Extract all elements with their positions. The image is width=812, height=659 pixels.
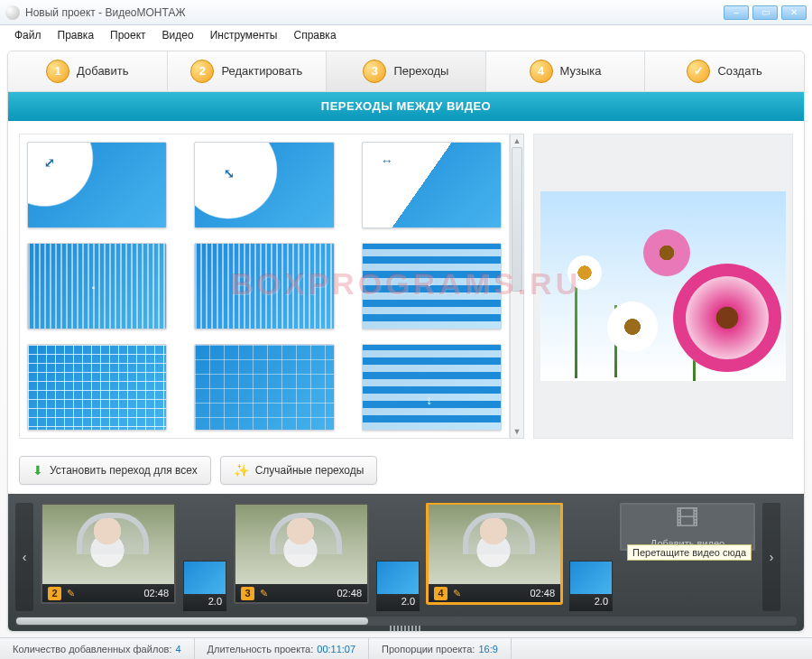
transition-duration: 2.0 bbox=[183, 595, 226, 611]
menu-file[interactable]: Файл bbox=[7, 27, 49, 43]
status-files-value: 4 bbox=[175, 644, 180, 654]
edit-icon[interactable]: ✎ bbox=[453, 588, 461, 599]
random-transitions-button[interactable]: ✨ Случайные переходы bbox=[220, 456, 378, 485]
preview-pane bbox=[533, 134, 793, 439]
apply-all-button[interactable]: ⬇ Установить переход для всех bbox=[19, 456, 211, 485]
timeline: ‹ 2 ✎ 02:48 2.0 bbox=[8, 494, 804, 631]
clip-duration: 02:48 bbox=[143, 588, 169, 599]
transition-thumb[interactable] bbox=[194, 243, 334, 330]
close-button[interactable]: ✕ bbox=[781, 5, 807, 20]
film-strip-icon: 🎞 bbox=[676, 505, 699, 533]
menu-tools[interactable]: Инструменты bbox=[203, 27, 285, 43]
step-transitions[interactable]: 3 Переходы bbox=[327, 51, 486, 91]
clip-number: 4 bbox=[434, 587, 448, 600]
dropzone-tooltip: Перетащите видео сюда bbox=[627, 544, 752, 561]
timeline-clip[interactable]: 3 ✎ 02:48 bbox=[234, 503, 369, 604]
titlebar: Новый проект - ВидеоМОНТАЖ – ▭ ✕ bbox=[0, 0, 812, 25]
transitions-scrollbar[interactable]: ▲ ▼ bbox=[510, 134, 524, 439]
step-label: Переходы bbox=[393, 64, 448, 78]
window-title: Новый проект - ВидеоМОНТАЖ bbox=[25, 6, 186, 19]
transition-thumb[interactable] bbox=[194, 344, 334, 431]
clip-duration: 02:48 bbox=[337, 588, 362, 599]
button-label: Установить переход для всех bbox=[50, 464, 198, 477]
timeline-transition[interactable]: 2.0 bbox=[376, 561, 420, 611]
timeline-clip[interactable]: 4 ✎ 02:48 bbox=[427, 503, 562, 604]
step-badge-3: 3 bbox=[363, 60, 386, 83]
scroll-up-icon[interactable]: ▲ bbox=[511, 135, 523, 147]
step-label: Добавить bbox=[77, 64, 128, 78]
edit-icon[interactable]: ✎ bbox=[260, 588, 268, 599]
step-create[interactable]: Создать bbox=[645, 51, 804, 91]
transition-thumb[interactable]: ⤢ bbox=[27, 142, 167, 228]
transition-thumb[interactable]: ↓ bbox=[362, 344, 502, 431]
step-label: Создать bbox=[717, 64, 761, 78]
edit-icon[interactable]: ✎ bbox=[67, 588, 75, 599]
timeline-transition[interactable]: 2.0 bbox=[569, 561, 613, 611]
status-duration-label: Длительность проекта: bbox=[208, 644, 314, 654]
app-icon bbox=[5, 5, 20, 20]
status-files-label: Количество добавленных файлов: bbox=[13, 644, 171, 654]
menu-project[interactable]: Проект bbox=[103, 27, 153, 43]
clip-number: 3 bbox=[241, 587, 254, 600]
transition-thumb[interactable]: · bbox=[27, 243, 167, 330]
statusbar: Количество добавленных файлов: 4 Длитель… bbox=[0, 637, 812, 659]
preview-image bbox=[540, 191, 786, 381]
timeline-scrollbar[interactable] bbox=[15, 617, 797, 626]
status-ratio-label: Пропорции проекта: bbox=[382, 644, 475, 654]
step-add[interactable]: 1 Добавить bbox=[8, 51, 168, 91]
transition-thumb[interactable]: ↓ bbox=[362, 243, 502, 330]
timeline-dropzone[interactable]: 🎞 Добавить видео Перетащите видео сюда bbox=[620, 503, 755, 551]
clip-number: 2 bbox=[48, 587, 61, 600]
status-ratio-value: 16:9 bbox=[478, 644, 497, 654]
transition-thumb[interactable] bbox=[27, 344, 167, 431]
section-header: ПЕРЕХОДЫ МЕЖДУ ВИДЕО bbox=[8, 92, 804, 121]
transitions-grid: ⤢ ⤡ ↔ · ↓ ↓ bbox=[19, 134, 510, 439]
menubar: Файл Правка Проект Видео Инструменты Спр… bbox=[0, 25, 812, 45]
step-badge-4: 4 bbox=[530, 60, 553, 83]
step-badge-1: 1 bbox=[46, 60, 69, 83]
step-label: Музыка bbox=[560, 64, 602, 78]
transition-duration: 2.0 bbox=[569, 595, 613, 611]
resize-grip-icon[interactable] bbox=[390, 626, 422, 631]
step-badge-2: 2 bbox=[190, 60, 214, 83]
download-arrow-icon: ⬇ bbox=[32, 463, 43, 478]
timeline-clip[interactable]: 2 ✎ 02:48 bbox=[41, 503, 176, 604]
scroll-thumb[interactable] bbox=[16, 617, 368, 625]
menu-help[interactable]: Справка bbox=[286, 27, 343, 43]
transition-duration: 2.0 bbox=[376, 595, 420, 611]
timeline-prev-button[interactable]: ‹ bbox=[15, 503, 33, 611]
scroll-thumb[interactable] bbox=[512, 147, 522, 292]
wizard-steps: 1 Добавить 2 Редактировать 3 Переходы 4 … bbox=[8, 51, 804, 92]
step-label: Редактировать bbox=[221, 64, 302, 78]
minimize-button[interactable]: – bbox=[724, 5, 749, 20]
magic-wand-icon: ✨ bbox=[234, 463, 249, 478]
step-music[interactable]: 4 Музыка bbox=[486, 51, 646, 91]
menu-edit[interactable]: Правка bbox=[51, 27, 102, 43]
status-duration-value: 00:11:07 bbox=[317, 644, 355, 654]
step-edit[interactable]: 2 Редактировать bbox=[168, 51, 328, 91]
button-label: Случайные переходы bbox=[255, 464, 364, 477]
step-badge-check bbox=[687, 60, 710, 83]
scroll-down-icon[interactable]: ▼ bbox=[511, 425, 523, 438]
menu-video[interactable]: Видео bbox=[155, 27, 201, 43]
timeline-next-button[interactable]: › bbox=[762, 503, 780, 611]
maximize-button[interactable]: ▭ bbox=[752, 5, 778, 20]
transition-thumb[interactable]: ⤡ bbox=[194, 142, 334, 228]
clip-duration: 02:48 bbox=[530, 588, 555, 599]
timeline-transition[interactable]: 2.0 bbox=[183, 561, 226, 611]
transition-thumb[interactable]: ↔ bbox=[362, 142, 502, 228]
